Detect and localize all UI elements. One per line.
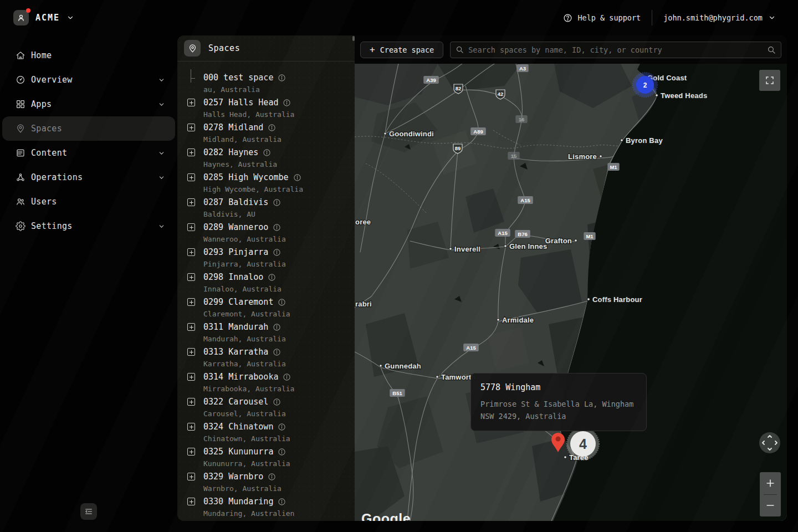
account-menu[interactable]: john.smith@phygrid.com: [663, 13, 776, 22]
space-list-item[interactable]: 0322 Carousel Carousel, Australia: [177, 396, 355, 421]
info-icon[interactable]: [268, 273, 276, 282]
road-shield: M1: [584, 232, 595, 240]
info-icon[interactable]: [283, 373, 291, 381]
info-icon[interactable]: [278, 498, 286, 506]
info-icon[interactable]: [273, 398, 281, 406]
space-location: Baldivis, AU: [203, 210, 255, 218]
sidebar-item-apps[interactable]: Apps: [2, 92, 175, 116]
create-space-button[interactable]: + Create space: [360, 42, 443, 58]
space-list-item[interactable]: 0311 Mandurah Mandurah, Australia: [177, 321, 355, 346]
zoom-out-button[interactable]: [760, 495, 781, 517]
map[interactable]: GoondiwindioreerabriInverellGlen InnesLi…: [355, 64, 787, 521]
expand-icon[interactable]: [187, 74, 195, 81]
space-list-item[interactable]: 0289 Wanneroo Wanneroo, Australia: [177, 222, 355, 247]
pan-arrows-icon: [759, 432, 780, 453]
space-list-item[interactable]: 0282 Haynes Haynes, Australia: [177, 147, 355, 172]
collapse-sidebar-button[interactable]: [80, 503, 97, 520]
svg-text:2: 2: [643, 81, 647, 89]
info-icon[interactable]: [283, 99, 291, 107]
sidebar-item-content[interactable]: Content: [2, 141, 175, 165]
space-name: 0330 Mundaring: [203, 496, 273, 508]
space-list-item[interactable]: 0285 High Wycombe High Wycombe, Australi…: [177, 172, 355, 197]
city-label: Armidale: [502, 316, 534, 324]
space-list-item[interactable]: 0257 Halls Head Halls Head, Australia: [177, 97, 355, 122]
space-list-item[interactable]: 0330 Mundaring Mundaring, Australien: [177, 496, 355, 521]
sidebar-item-home[interactable]: Home: [2, 43, 175, 68]
expand-icon[interactable]: [187, 99, 195, 106]
spaces-panel: Spaces 000 test space au, Australia 0257…: [177, 35, 355, 521]
expand-icon[interactable]: [187, 198, 195, 206]
info-icon[interactable]: [273, 323, 281, 331]
org-switcher[interactable]: ACME: [13, 10, 74, 25]
svg-text:16: 16: [519, 116, 525, 122]
expand-icon[interactable]: [187, 323, 195, 331]
expand-icon[interactable]: [187, 473, 195, 480]
space-name: 0293 Pinjarra: [203, 247, 268, 258]
pan-control[interactable]: [759, 432, 780, 453]
notification-dot: [26, 8, 30, 13]
space-list-item[interactable]: 000 test space au, Australia: [177, 72, 355, 97]
fullscreen-button[interactable]: [759, 70, 780, 91]
content-icon: [16, 148, 25, 158]
city-label: Goondiwindi: [389, 130, 434, 138]
space-list-item[interactable]: 0278 Midland Midland, Australia: [177, 122, 355, 147]
space-list-item[interactable]: 0314 Mirrabooka Mirrabooka, Australia: [177, 371, 355, 396]
city-dot: [380, 365, 382, 367]
org-avatar: [13, 10, 29, 25]
expand-icon[interactable]: [187, 498, 195, 505]
expand-icon[interactable]: [187, 273, 195, 281]
expand-icon[interactable]: [187, 448, 195, 456]
zoom-in-button[interactable]: [760, 472, 781, 494]
city-dot: [564, 456, 567, 459]
space-name: 0289 Wanneroo: [203, 222, 268, 233]
settings-icon: [16, 221, 25, 231]
info-icon[interactable]: [278, 74, 286, 82]
svg-text:82: 82: [456, 85, 462, 91]
info-icon[interactable]: [263, 149, 271, 157]
expand-icon[interactable]: [187, 223, 195, 231]
help-support-link[interactable]: Help & support: [563, 13, 641, 23]
expand-icon[interactable]: [187, 124, 195, 131]
expand-icon[interactable]: [187, 149, 195, 156]
info-icon[interactable]: [278, 298, 286, 306]
expand-icon[interactable]: [187, 348, 195, 356]
info-icon[interactable]: [293, 173, 301, 182]
info-icon[interactable]: [273, 223, 281, 232]
spaces-list: 000 test space au, Australia 0257 Halls …: [177, 62, 355, 521]
sidebar-item-operations[interactable]: Operations: [2, 165, 175, 190]
map-toolbar: + Create space: [355, 35, 787, 64]
info-icon[interactable]: [278, 423, 286, 431]
space-list-item[interactable]: 0329 Warnbro Warnbro, Australia: [177, 471, 355, 496]
space-name: 0324 Chinatown: [203, 421, 273, 433]
expand-icon[interactable]: [187, 173, 195, 181]
expand-icon[interactable]: [187, 398, 195, 406]
expand-icon[interactable]: [187, 423, 195, 431]
space-list-item[interactable]: 0299 Claremont Claremont, Australia: [177, 296, 355, 321]
search-submit-icon[interactable]: [767, 45, 776, 54]
space-list-item[interactable]: 0287 Baldivis Baldivis, AU: [177, 197, 355, 222]
sidebar-item-settings[interactable]: Settings: [2, 214, 175, 238]
space-list-item[interactable]: 0325 Kununurra Kununurra, Australia: [177, 446, 355, 471]
info-icon[interactable]: [273, 198, 281, 207]
space-list-item[interactable]: 0324 Chinatown Chinatown, Australia: [177, 421, 355, 446]
sidebar-item-overview[interactable]: Overview: [2, 68, 175, 92]
city-label: Byron Bay: [626, 136, 663, 145]
info-icon[interactable]: [278, 448, 286, 456]
info-icon[interactable]: [273, 248, 281, 257]
sidebar-item-spaces[interactable]: Spaces: [2, 116, 175, 141]
space-list-item[interactable]: 0293 Pinjarra Pinjarra, Australia: [177, 247, 355, 272]
info-icon[interactable]: [273, 348, 281, 356]
info-icon[interactable]: [268, 124, 276, 132]
space-list-item[interactable]: 0298 Innaloo Innaloo, Australia: [177, 272, 355, 296]
info-icon[interactable]: [268, 473, 276, 481]
space-list-item[interactable]: 0313 Karratha Karratha, Australia: [177, 346, 355, 371]
scrollbar-thumb[interactable]: [352, 36, 355, 41]
expand-icon[interactable]: [187, 298, 195, 306]
svg-text:A39: A39: [426, 77, 436, 83]
person-icon: [16, 13, 26, 23]
expand-icon[interactable]: [187, 248, 195, 256]
tooltip-title: 5778 Wingham: [480, 381, 637, 393]
expand-icon[interactable]: [187, 373, 195, 381]
search-input[interactable]: [468, 45, 763, 54]
sidebar-item-users[interactable]: Users: [2, 190, 175, 214]
